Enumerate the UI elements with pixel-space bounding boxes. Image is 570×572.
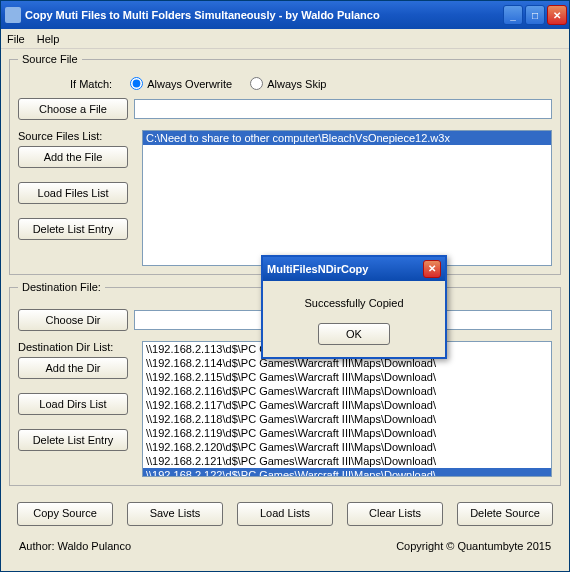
add-dir-button[interactable]: Add the Dir <box>18 357 128 379</box>
dest-legend: Destination File: <box>18 281 105 293</box>
always-overwrite-radio[interactable] <box>130 77 143 90</box>
source-files-listbox[interactable]: C:\Need to share to other computer\Bleac… <box>142 130 552 266</box>
footer: Author: Waldo Pulanco Copyright © Quantu… <box>9 536 561 556</box>
destination-dir-listbox[interactable]: \\192.168.2.113\d$\PC Games\Warcraft III… <box>142 341 552 477</box>
add-file-button[interactable]: Add the File <box>18 146 128 168</box>
list-item[interactable]: \\192.168.2.115\d$\PC Games\Warcraft III… <box>143 370 551 384</box>
list-item[interactable]: \\192.168.2.116\d$\PC Games\Warcraft III… <box>143 384 551 398</box>
dest-list-label: Destination Dir List: <box>18 341 128 353</box>
source-list-label: Source Files List: <box>18 130 128 142</box>
author-label: Author: Waldo Pulanco <box>19 540 131 552</box>
list-item[interactable]: \\192.168.2.119\d$\PC Games\Warcraft III… <box>143 426 551 440</box>
load-dirs-list-button[interactable]: Load Dirs List <box>18 393 128 415</box>
load-files-list-button[interactable]: Load Files List <box>18 182 128 204</box>
list-item[interactable]: \\192.168.2.118\d$\PC Games\Warcraft III… <box>143 412 551 426</box>
titlebar[interactable]: Copy Muti Files to Multi Folders Simulta… <box>1 1 569 29</box>
overwrite-label: Always Overwrite <box>147 78 232 90</box>
if-match-label: If Match: <box>70 78 112 90</box>
clear-lists-button[interactable]: Clear Lists <box>347 502 443 526</box>
window-title: Copy Muti Files to Multi Folders Simulta… <box>25 9 503 21</box>
main-window: Copy Muti Files to Multi Folders Simulta… <box>0 0 570 572</box>
menubar: File Help <box>1 29 569 49</box>
menu-help[interactable]: Help <box>37 33 60 45</box>
dialog-title: MultiFilesNDirCopy <box>267 263 423 275</box>
close-button[interactable]: ✕ <box>547 5 567 25</box>
list-item[interactable]: C:\Need to share to other computer\Bleac… <box>143 131 551 145</box>
dialog-ok-button[interactable]: OK <box>318 323 390 345</box>
dialog-close-button[interactable]: ✕ <box>423 260 441 278</box>
list-item[interactable]: \\192.168.2.122\d$\PC Games\Warcraft III… <box>143 468 551 477</box>
list-item[interactable]: \\192.168.2.121\d$\PC Games\Warcraft III… <box>143 454 551 468</box>
source-file-group: Source File If Match: Always Overwrite A… <box>9 53 561 275</box>
app-icon <box>5 7 21 23</box>
source-legend: Source File <box>18 53 82 65</box>
delete-source-entry-button[interactable]: Delete List Entry <box>18 218 128 240</box>
message-dialog: MultiFilesNDirCopy ✕ Successfully Copied… <box>261 255 447 359</box>
delete-source-button[interactable]: Delete Source <box>457 502 553 526</box>
load-lists-button[interactable]: Load Lists <box>237 502 333 526</box>
dialog-titlebar[interactable]: MultiFilesNDirCopy ✕ <box>263 257 445 281</box>
menu-file[interactable]: File <box>7 33 25 45</box>
list-item[interactable]: \\192.168.2.120\d$\PC Games\Warcraft III… <box>143 440 551 454</box>
copy-source-button[interactable]: Copy Source <box>17 502 113 526</box>
dialog-message: Successfully Copied <box>273 297 435 309</box>
choose-dir-button[interactable]: Choose Dir <box>18 309 128 331</box>
bottom-toolbar: Copy Source Save Lists Load Lists Clear … <box>9 492 561 536</box>
list-item[interactable]: \\192.168.2.117\d$\PC Games\Warcraft III… <box>143 398 551 412</box>
save-lists-button[interactable]: Save Lists <box>127 502 223 526</box>
choose-file-button[interactable]: Choose a File <box>18 98 128 120</box>
maximize-button[interactable]: □ <box>525 5 545 25</box>
copyright-label: Copyright © Quantumbyte 2015 <box>396 540 551 552</box>
minimize-button[interactable]: _ <box>503 5 523 25</box>
skip-label: Always Skip <box>267 78 326 90</box>
delete-dest-entry-button[interactable]: Delete List Entry <box>18 429 128 451</box>
file-path-input[interactable] <box>134 99 552 119</box>
always-skip-radio[interactable] <box>250 77 263 90</box>
